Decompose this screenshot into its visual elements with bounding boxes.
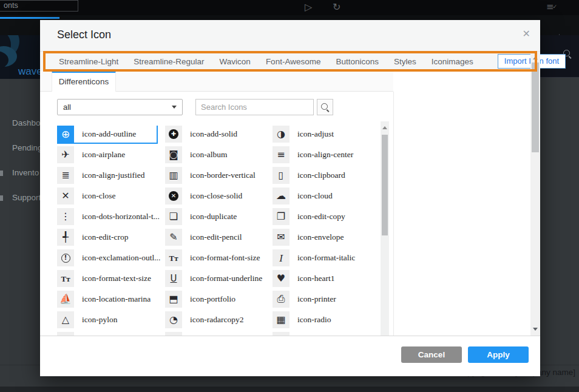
icon-list-scrollbar	[381, 121, 389, 336]
icon-tile-icon-location-marina[interactable]: ⛵icon-location-marina	[57, 291, 165, 308]
tab-streamline-light[interactable]: Streamline-Light	[59, 57, 118, 66]
icon-format-font-size-icon: Tᴛ	[169, 254, 178, 262]
icon-tile-icon-duplicate[interactable]: ❏icon-duplicate	[165, 208, 273, 225]
icon-album-glyph-box: ◙	[165, 146, 182, 163]
icon-add-outline-icon: ⊕	[61, 129, 70, 140]
play-icon[interactable]: ▷	[305, 1, 312, 14]
sidebar-item-support[interactable]: Support	[0, 192, 40, 203]
scroll-up-icon[interactable]	[382, 126, 387, 129]
sidebar-item-icon-fragment	[0, 171, 3, 176]
icon-portfolio-icon: ⬒	[169, 294, 178, 304]
icon-tile-icon-radarcopy2[interactable]: ◔icon-radarcopy2	[165, 311, 273, 328]
icon-tile-icon-align-center[interactable]: ≡icon-align-center	[273, 146, 381, 163]
icon-format-italic-icon: I	[279, 253, 283, 263]
icon-duplicate-icon: ❏	[169, 212, 178, 221]
icon-tile-icon-cloud[interactable]: ☁icon-cloud	[273, 188, 381, 204]
publish-icon[interactable]: ↻	[333, 1, 340, 14]
icon-edit-crop-icon: ╃	[63, 232, 69, 242]
icon-tile-label: icon-pylon	[82, 315, 118, 325]
content-divider	[40, 336, 540, 336]
search-icon	[321, 103, 330, 112]
tab-buttonicons[interactable]: Buttonicons	[336, 57, 379, 66]
icon-close-solid-glyph-box: ✕	[165, 188, 182, 204]
dialog-scrollbar	[530, 52, 540, 336]
icon-printer-icon: ⎙	[277, 294, 285, 304]
tab-iconimages[interactable]: Iconimages	[432, 57, 473, 66]
tab-wavicon[interactable]: Wavicon	[220, 57, 251, 66]
icon-tile-icon-add-outline[interactable]: ⊕icon-add-outline	[57, 126, 158, 144]
top-toolbar: onts ▷ ↻ ≡✓	[0, 0, 579, 15]
icon-tile-icon-edit-copy[interactable]: ❐icon-edit-copy	[273, 208, 381, 225]
icon-tile-label: icon-radarcopy2	[190, 315, 243, 325]
icon-align-center-glyph-box: ≡	[273, 146, 290, 163]
icon-close-glyph-box: ✕	[57, 188, 74, 204]
icon-radarcopy2-icon: ◔	[169, 315, 178, 325]
scroll-down-icon[interactable]	[533, 328, 538, 331]
icon-tile-icon-album[interactable]: ◙icon-album	[165, 146, 273, 163]
icon-tile-label: icon-adjust	[297, 129, 334, 139]
search-button[interactable]	[317, 99, 333, 115]
icon-tile-icon-adjust[interactable]: ◑icon-adjust	[273, 126, 381, 143]
icon-tile-label: icon-album	[190, 150, 227, 160]
icon-tile-label: icon-exclamation-outl...	[82, 253, 160, 263]
font-select-box[interactable]: onts	[0, 0, 78, 12]
icon-tile-label: icon-format-italic	[297, 253, 355, 263]
icon-tile-label: icon-close-solid	[190, 191, 242, 201]
icon-tile-icon-edit-pencil[interactable]: ✎icon-edit-pencil	[165, 229, 273, 246]
sidebar-item-pending[interactable]: Pending	[0, 143, 40, 154]
icon-tile-label: icon-close	[82, 191, 115, 201]
icon-tile-icon-pylon[interactable]: △icon-pylon	[57, 311, 165, 328]
icon-tile-icon-close-solid[interactable]: ✕icon-close-solid	[165, 188, 273, 204]
icon-tile-icon-airplane[interactable]: ✈icon-airplane	[57, 146, 165, 163]
icon-tile-icon-portfolio[interactable]: ⬒icon-portfolio	[165, 291, 273, 308]
icon-close-solid-icon: ✕	[169, 191, 178, 201]
icon-exclamation-outl...-icon: !	[61, 254, 70, 263]
icon-tile-icon-clipboard[interactable]: ▯icon-clipboard	[273, 167, 381, 184]
icon-tile-icon-close[interactable]: ✕icon-close	[57, 188, 165, 204]
icon-edit-copy-icon: ❐	[277, 212, 285, 221]
category-select[interactable]: all	[57, 99, 183, 115]
icon-add-outline-glyph-box: ⊕	[57, 126, 74, 143]
icon-format-text-size-icon: Tᴛ	[61, 275, 70, 283]
sidebar-item-icon-fragment	[0, 195, 3, 201]
icon-tile-icon-add-solid[interactable]: ✚icon-add-solid	[165, 126, 273, 143]
icon-tile-label: icon-heart1	[297, 274, 334, 283]
icon-tile-icon-format-underline[interactable]: Uicon-format-underline	[165, 270, 273, 287]
task-list-icon[interactable]: ≡✓	[546, 0, 557, 13]
scrollbar-thumb[interactable]	[382, 135, 388, 235]
icon-tile-icon-radio[interactable]: ▦icon-radio	[273, 311, 381, 328]
scroll-up-icon[interactable]	[533, 56, 538, 59]
icon-tile-icon-heart1[interactable]: ♥icon-heart1	[273, 270, 381, 287]
sidebar-item-invento[interactable]: Invento	[0, 167, 40, 178]
icon-tile-icon-exclamation-outl[interactable]: !icon-exclamation-outl...	[57, 249, 165, 266]
apply-button[interactable]: Apply	[468, 346, 529, 363]
logo-text: wave	[18, 66, 40, 78]
tab-font-awesome[interactable]: Font-Awesome	[266, 57, 321, 66]
icon-tile-label: icon-format-underline	[190, 274, 262, 283]
icon-tile-icon-format-font-size[interactable]: Tᴛicon-format-font-size	[165, 249, 273, 266]
dialog-header: Select Icon ✕	[40, 20, 540, 52]
icon-tile-icon-dots-horizontal-t[interactable]: ⋮icon-dots-horizontal-t...	[57, 208, 165, 225]
icon-tile-icon-printer[interactable]: ⎙icon-printer	[273, 291, 381, 308]
panel-divider	[393, 92, 394, 336]
icon-tile-icon-border-vertical[interactable]: ▥icon-border-vertical	[165, 167, 273, 184]
icon-location-marina-icon: ⛵	[59, 294, 72, 304]
tab-styles[interactable]: Styles	[394, 57, 416, 66]
icon-tile-icon-format-text-size[interactable]: Tᴛicon-format-text-size	[57, 270, 165, 287]
tab-streamline-regular[interactable]: Streamline-Regular	[134, 57, 204, 66]
icon-add-solid-icon: ✚	[169, 129, 178, 139]
icon-portfolio-glyph-box: ⬒	[165, 291, 182, 308]
bottom-status-bar	[0, 387, 579, 392]
scrollbar-thumb[interactable]	[532, 63, 539, 152]
search-input[interactable]	[195, 99, 314, 115]
icon-envelope-icon: ✉	[277, 232, 285, 242]
tab-differenticons[interactable]: Differenticons	[52, 71, 116, 92]
icon-tile-icon-align-justified[interactable]: ≣icon-align-justified	[57, 167, 165, 184]
icon-tile-icon-format-italic[interactable]: Iicon-format-italic	[273, 249, 381, 266]
sidebar-item-dashbo[interactable]: Dashbo	[0, 118, 40, 129]
cancel-button[interactable]: Cancel	[401, 346, 462, 363]
close-icon[interactable]: ✕	[523, 28, 530, 39]
icon-tile-label: icon-edit-crop	[82, 232, 128, 242]
icon-tile-icon-envelope[interactable]: ✉icon-envelope	[273, 229, 381, 246]
icon-tile-icon-edit-crop[interactable]: ╃icon-edit-crop	[57, 229, 165, 246]
